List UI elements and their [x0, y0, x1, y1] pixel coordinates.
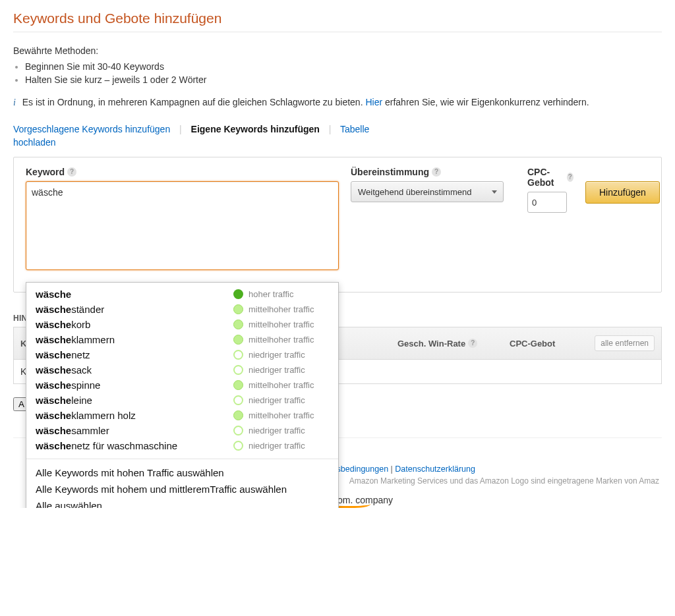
traffic-indicator-icon [233, 380, 243, 390]
suggestion-item[interactable]: wäschesammlerniedriger traffic [26, 423, 338, 438]
traffic-label: niedriger traffic [249, 426, 305, 435]
match-label: Übereinstimmung ? [351, 167, 515, 177]
keyword-input[interactable] [26, 181, 339, 270]
suggestion-word: wäscheklammern holz [36, 410, 233, 421]
match-type-select[interactable]: Weitgehend übereinstimmend [351, 181, 504, 202]
help-icon[interactable]: ? [468, 339, 477, 348]
info-link[interactable]: Hier [365, 97, 382, 107]
best-practices-list: Beginnen Sie mit 30-40 Keywords Halten S… [25, 61, 662, 85]
suggestion-item[interactable]: wäschekorbmittelhoher traffic [26, 317, 338, 332]
suggestion-item[interactable]: wäschespinnemittelhoher traffic [26, 378, 338, 393]
traffic-indicator-icon [233, 410, 243, 420]
col-actions: alle entfernen [575, 327, 661, 359]
upload-link[interactable]: hochladen [13, 137, 662, 148]
tab-separator: | [179, 124, 182, 134]
col-win-rate: Gesch. Win-Rate ? [391, 327, 503, 359]
suggestion-word: wäscheleine [36, 395, 233, 406]
traffic-label: niedriger traffic [249, 395, 305, 405]
traffic-indicator-icon [233, 441, 243, 451]
traffic-indicator-icon [233, 365, 243, 375]
traffic-label: mittelhoher traffic [249, 320, 314, 329]
suggestion-word: wäschekorb [36, 319, 233, 330]
traffic-label: niedriger traffic [249, 365, 305, 375]
tab-table[interactable]: Tabelle [340, 124, 369, 134]
divider [26, 459, 338, 459]
tab-own[interactable]: Eigene Keywords hinzufügen [191, 124, 320, 134]
traffic-indicator-icon [233, 395, 243, 405]
keyword-suggestion-dropdown: wäschehoher trafficwäscheständermittelho… [26, 282, 339, 508]
info-text-prefix: Es ist in Ordnung, in mehreren Kampagnen… [22, 97, 366, 107]
traffic-indicator-icon [233, 350, 243, 360]
suggestion-word: wäschenetz für waschmaschine [36, 440, 233, 451]
suggestion-item[interactable]: wäschesackniedriger traffic [26, 362, 338, 378]
suggestion-word: wäschenetz [36, 349, 233, 360]
keyword-label: Keyword ? [26, 167, 339, 177]
suggestion-bulk-option[interactable]: Alle Keywords mit hohem und mittleremTra… [26, 481, 338, 497]
suggestion-word: wäsche [36, 289, 233, 300]
suggestion-bulk-option[interactable]: Alle auswählen [26, 497, 338, 508]
traffic-label: hoher traffic [249, 289, 293, 299]
footer-privacy-link[interactable]: Datenschutzerklärung [395, 464, 475, 474]
tabs: Vorgeschlagene Keywords hinzufügen | Eig… [13, 124, 662, 134]
cpc-label: CPC-Gebot ? [527, 167, 573, 188]
suggestion-word: wäschespinne [36, 379, 233, 391]
help-icon[interactable]: ? [567, 173, 573, 182]
suggestion-item[interactable]: wäscheklammern holzmittelhoher traffic [26, 408, 338, 423]
suggestion-item[interactable]: wäscheständermittelhoher traffic [26, 302, 338, 317]
traffic-label: mittelhoher traffic [249, 304, 314, 314]
add-button[interactable]: Hinzufügen [585, 181, 660, 204]
traffic-label: mittelhoher traffic [249, 410, 314, 420]
traffic-indicator-icon [233, 426, 243, 435]
suggestion-item[interactable]: wäscheklammernmittelhoher traffic [26, 332, 338, 347]
traffic-indicator-icon [233, 289, 243, 299]
traffic-indicator-icon [233, 320, 243, 329]
traffic-label: mittelhoher traffic [249, 380, 314, 390]
suggestion-item[interactable]: wäschehoher traffic [26, 287, 338, 302]
info-icon: i [13, 98, 16, 107]
suggestion-bulk-option[interactable]: Alle Keywords mit hohen Traffic auswähle… [26, 464, 338, 481]
suggestion-item[interactable]: wäschenetzniedriger traffic [26, 347, 338, 362]
info-row: i Es ist in Ordnung, in mehreren Kampagn… [13, 97, 662, 108]
divider [13, 32, 662, 32]
info-text-suffix: erfahren Sie, wie wir Eigenkonkurrenz ve… [385, 97, 589, 107]
list-item: Beginnen Sie mit 30-40 Keywords [25, 61, 662, 72]
suggestion-item[interactable]: wäschenetz für waschmaschineniedriger tr… [26, 438, 338, 453]
traffic-label: niedriger traffic [249, 441, 305, 451]
add-keywords-panel: Keyword ? Übereinstimmung ? Weitgehend ü… [13, 157, 662, 293]
traffic-indicator-icon [233, 335, 243, 345]
suggestion-word: wäschesack [36, 364, 233, 376]
traffic-indicator-icon [233, 304, 243, 314]
page-title: Keywords und Gebote hinzufügen [13, 11, 662, 26]
suggestion-word: wäschesammler [36, 425, 233, 436]
cpc-input[interactable] [527, 192, 567, 213]
suggestion-item[interactable]: wäscheleineniedriger traffic [26, 393, 338, 408]
list-item: Halten Sie sie kurz – jeweils 1 oder 2 W… [25, 74, 662, 85]
best-practices-heading: Bewährte Methoden: [13, 45, 662, 56]
col-cpc: CPC-Gebot [503, 327, 575, 359]
help-icon[interactable]: ? [67, 167, 76, 177]
traffic-label: niedriger traffic [249, 350, 305, 360]
suggestion-word: wäscheklammern [36, 334, 233, 345]
help-icon[interactable]: ? [432, 167, 441, 177]
tab-separator: | [329, 124, 332, 134]
remove-all-button[interactable]: alle entfernen [595, 335, 655, 351]
suggestion-word: wäscheständer [36, 304, 233, 315]
traffic-label: mittelhoher traffic [249, 335, 314, 345]
tab-suggested[interactable]: Vorgeschlagene Keywords hinzufügen [13, 124, 170, 134]
